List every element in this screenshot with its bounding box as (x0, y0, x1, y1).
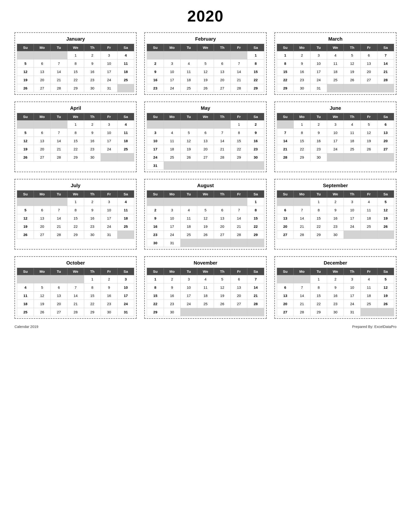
day-cell: 10 (101, 59, 117, 68)
day-cell: 27 (34, 231, 51, 239)
day-header-mo: Mo (164, 190, 180, 198)
day-cell: 26 (17, 153, 34, 162)
day-cell: 2 (147, 206, 164, 214)
day-header-su: Su (147, 190, 164, 198)
day-cell: 3 (101, 120, 117, 129)
day-cell: 1 (293, 120, 310, 129)
day-cell: 24 (310, 76, 327, 84)
day-cell (51, 275, 67, 283)
day-header-su: Su (277, 190, 293, 198)
day-cell (51, 51, 67, 59)
day-cell: 5 (360, 120, 377, 129)
day-cell: 30 (310, 153, 327, 162)
day-cell: 21 (231, 222, 247, 231)
day-cell: 5 (377, 198, 394, 206)
day-cell: 19 (377, 292, 394, 300)
day-cell: 27 (51, 308, 67, 316)
day-cell: 31 (147, 162, 164, 170)
day-cell (164, 51, 180, 59)
day-cell: 13 (214, 214, 231, 222)
day-header-th: Th (344, 190, 360, 198)
day-header-tu: Tu (180, 190, 197, 198)
day-cell: 22 (310, 222, 327, 231)
day-cell: 13 (51, 292, 67, 300)
day-cell (197, 198, 214, 206)
day-cell: 31 (310, 84, 327, 92)
day-cell: 12 (17, 214, 34, 222)
day-cell: 12 (197, 214, 214, 222)
day-cell: 24 (344, 222, 360, 231)
day-header-th: Th (84, 113, 101, 120)
day-cell: 7 (231, 59, 247, 68)
day-cell: 17 (147, 145, 164, 153)
day-cell: 14 (293, 292, 310, 300)
day-cell: 14 (51, 214, 67, 222)
day-cell: 21 (247, 292, 264, 300)
day-cell: 4 (180, 59, 197, 68)
day-cell: 5 (180, 129, 197, 137)
day-cell: 31 (101, 84, 117, 92)
day-cell: 24 (327, 145, 344, 153)
day-cell: 25 (360, 300, 377, 308)
day-header-we: We (67, 268, 84, 275)
month-box-january: JanuarySuMoTuWeThFrSa1234567891011121314… (15, 32, 137, 95)
month-table: SuMoTuWeThFrSa12345678910111213141516171… (17, 268, 134, 316)
day-cell (147, 120, 164, 129)
day-cell (327, 153, 344, 162)
day-cell: 23 (147, 84, 164, 92)
month-name: May (147, 104, 264, 113)
day-cell: 12 (34, 292, 51, 300)
day-cell: 28 (247, 300, 264, 308)
month-box-december: DecemberSuMoTuWeThFrSa123456789101112131… (274, 256, 396, 319)
day-cell: 17 (327, 137, 344, 145)
day-cell: 24 (147, 153, 164, 162)
day-cell: 28 (51, 153, 67, 162)
day-cell: 12 (17, 68, 34, 76)
day-cell: 21 (277, 145, 293, 153)
day-cell: 17 (164, 222, 180, 231)
day-cell: 19 (180, 145, 197, 153)
day-cell: 14 (214, 137, 231, 145)
day-cell: 28 (293, 308, 310, 316)
day-cell: 22 (67, 222, 84, 231)
day-cell: 31 (118, 308, 134, 316)
day-header-th: Th (84, 44, 101, 51)
day-cell: 4 (118, 120, 134, 129)
day-cell (360, 231, 377, 239)
day-cell: 6 (214, 59, 231, 68)
day-header-tu: Tu (310, 190, 327, 198)
day-cell: 14 (377, 59, 394, 68)
day-cell: 2 (247, 120, 264, 129)
day-cell: 16 (147, 76, 164, 84)
day-cell: 10 (180, 283, 197, 292)
day-header-tu: Tu (180, 113, 197, 120)
day-cell: 27 (277, 308, 293, 316)
day-cell: 7 (231, 206, 247, 214)
day-cell: 29 (231, 153, 247, 162)
day-cell: 3 (310, 51, 327, 59)
day-cell: 18 (17, 300, 34, 308)
month-table: SuMoTuWeThFrSa12345678910111213141516171… (147, 190, 264, 247)
day-cell: 15 (247, 68, 264, 76)
day-cell (360, 84, 377, 92)
day-header-sa: Sa (247, 268, 264, 275)
day-cell (214, 308, 231, 316)
day-cell (118, 231, 134, 239)
day-cell: 3 (344, 198, 360, 206)
day-header-mo: Mo (164, 44, 180, 51)
day-cell: 14 (231, 68, 247, 76)
day-cell (197, 308, 214, 316)
day-header-fr: Fr (101, 190, 117, 198)
day-cell: 15 (310, 292, 327, 300)
day-header-th: Th (344, 44, 360, 51)
day-header-fr: Fr (360, 113, 377, 120)
day-cell: 11 (180, 214, 197, 222)
day-cell: 4 (327, 51, 344, 59)
day-cell: 7 (377, 51, 394, 59)
day-cell: 12 (377, 206, 394, 214)
day-cell: 3 (101, 198, 117, 206)
day-cell: 2 (84, 51, 101, 59)
day-cell: 18 (180, 222, 197, 231)
month-box-november: NovemberSuMoTuWeThFrSa123456789101112131… (144, 256, 266, 319)
day-header-tu: Tu (51, 113, 67, 120)
